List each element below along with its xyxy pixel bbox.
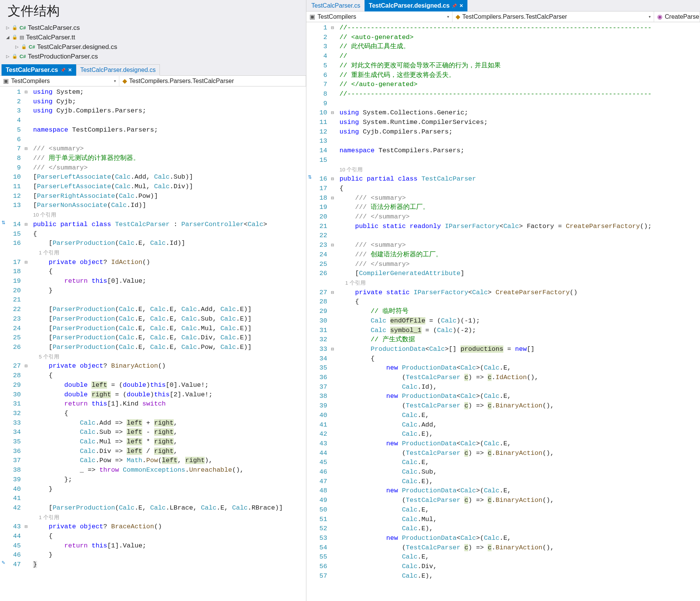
sync-icon[interactable]: ⇅ xyxy=(308,174,312,180)
pin-icon[interactable]: 📌 xyxy=(60,68,66,73)
tree-item[interactable]: ▷🔒C#TestProductionParser.cs xyxy=(5,52,301,61)
pencil-icon[interactable]: ✎ xyxy=(2,560,5,565)
editor-tab[interactable]: TestCalcParser.cs📌✕ xyxy=(2,64,76,76)
right-nav-bar: ▣ TestCompilers ▾ ◆ TestCompilers.Parser… xyxy=(306,11,700,22)
tab-label: TestCalcParser.designed.cs xyxy=(369,2,449,9)
right-editor[interactable]: ⇅ 1 2 3 4 5 6 7 8 9 10 11 12 13 14 15 16… xyxy=(306,22,700,601)
tree-item[interactable]: ◢🔒▤TestCalcParser.tt xyxy=(5,33,301,42)
nav-class[interactable]: ◆ TestCompilers.Parsers.TestCalcParser ▾ xyxy=(453,11,654,22)
tab-label: TestCalcParser.cs xyxy=(311,2,360,9)
sync-icon[interactable]: ⇅ xyxy=(2,220,5,225)
chevron-down-icon: ▾ xyxy=(447,15,449,19)
csharp-icon: C# xyxy=(20,52,26,61)
editor-tab[interactable]: TestCalcParser.designed.cs xyxy=(76,64,160,76)
class-icon: ◆ xyxy=(122,77,127,85)
chevron-down-icon: ▾ xyxy=(649,15,651,19)
tab-label: TestCalcParser.designed.cs xyxy=(80,67,156,73)
twisty-icon[interactable]: ◢ xyxy=(5,33,10,42)
left-tabs: TestCalcParser.cs📌✕TestCalcParser.design… xyxy=(0,64,306,76)
namespace-icon: ▣ xyxy=(309,13,315,20)
lock-icon: 🔒 xyxy=(12,52,18,61)
template-icon: ▤ xyxy=(20,33,24,42)
editor-tab[interactable]: TestCalcParser.cs xyxy=(307,0,365,11)
window-title: 文件结构 xyxy=(0,0,306,20)
lock-icon: 🔒 xyxy=(21,42,27,52)
twisty-icon[interactable]: ▷ xyxy=(5,52,10,61)
tree-item-label: TestCalcParser.designed.cs xyxy=(37,42,117,52)
right-tabs: TestCalcParser.csTestCalcParser.designed… xyxy=(306,0,700,11)
lock-icon: 🔒 xyxy=(12,33,18,42)
close-icon[interactable]: ✕ xyxy=(459,3,463,8)
file-tree[interactable]: ▷🔒C#TestCalcParser.cs◢🔒▤TestCalcParser.t… xyxy=(0,20,306,64)
lock-icon: 🔒 xyxy=(12,23,18,33)
tree-item[interactable]: ▷🔒C#TestCalcParser.designed.cs xyxy=(5,42,301,52)
pin-icon[interactable]: 📌 xyxy=(452,3,457,8)
left-nav-bar: ▣ TestCompilers ▾ ◆ TestCompilers.Parser… xyxy=(0,76,306,86)
nav-namespace[interactable]: ▣ TestCompilers ▾ xyxy=(306,11,453,22)
editor-tab[interactable]: TestCalcParser.designed.cs📌✕ xyxy=(365,0,467,11)
right-panel: TestCalcParser.csTestCalcParser.designed… xyxy=(306,0,700,601)
tree-item-label: TestCalcParser.tt xyxy=(26,33,75,42)
namespace-icon: ▣ xyxy=(3,77,9,85)
method-icon: ◉ xyxy=(657,13,663,20)
tree-item-label: TestProductionParser.cs xyxy=(28,52,98,61)
twisty-icon[interactable]: ▷ xyxy=(5,23,10,33)
left-panel: 文件结构 ▷🔒C#TestCalcParser.cs◢🔒▤TestCalcPar… xyxy=(0,0,306,601)
left-editor[interactable]: ⇅✎ 1 2 3 4 5 6 7 8 9 10 11 12 13 14 15 1… xyxy=(0,86,306,601)
twisty-icon[interactable]: ▷ xyxy=(15,42,19,52)
chevron-down-icon: ▾ xyxy=(114,79,116,83)
close-icon[interactable]: ✕ xyxy=(68,67,72,73)
nav-class[interactable]: ◆ TestCompilers.Parsers.TestCalcParser xyxy=(119,76,306,86)
nav-member[interactable]: ◉ CreateParse xyxy=(654,11,700,22)
tab-label: TestCalcParser.cs xyxy=(6,67,58,73)
nav-namespace[interactable]: ▣ TestCompilers ▾ xyxy=(0,76,119,86)
csharp-icon: C# xyxy=(20,23,26,33)
csharp-icon: C# xyxy=(29,42,35,52)
tree-item[interactable]: ▷🔒C#TestCalcParser.cs xyxy=(5,23,301,33)
tree-item-label: TestCalcParser.cs xyxy=(28,23,80,33)
class-icon: ◆ xyxy=(456,13,460,20)
